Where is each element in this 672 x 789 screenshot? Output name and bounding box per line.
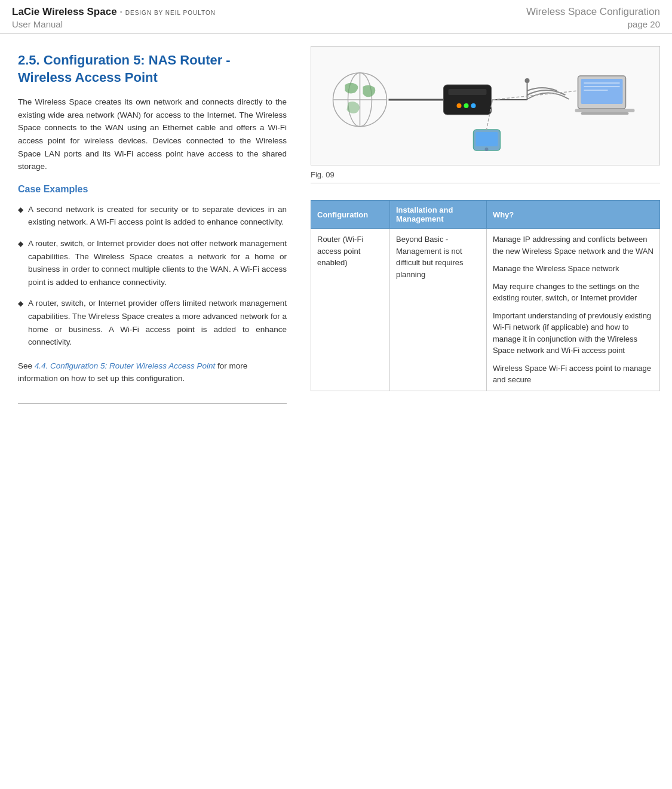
svg-rect-19 [581, 112, 629, 115]
see-also-text: See 4.4. Configuration 5: Router Wireles… [18, 360, 287, 385]
svg-point-8 [464, 103, 469, 108]
list-item-text: A router, switch, or Internet provider d… [28, 237, 287, 288]
bullet-diamond: ◆ [18, 204, 23, 216]
page-number: page 20 [526, 19, 660, 29]
list-item-text: A router, switch, or Internet provider o… [28, 297, 287, 348]
col-header-why: Why? [486, 201, 659, 229]
svg-rect-6 [449, 89, 487, 95]
figure-caption: Fig. 09 [311, 170, 660, 183]
why-item-5: Wireless Space Wi-Fi access point to man… [493, 363, 653, 386]
brand-title: LaCie Wireless Space · DESIGN BY NEIL PO… [12, 6, 216, 18]
list-item-text: A second network is created for security… [28, 203, 287, 229]
svg-point-22 [485, 148, 489, 151]
see-also-link[interactable]: 4.4. Configuration 5: Router Wireless Ac… [35, 361, 216, 370]
list-item: ◆ A second network is created for securi… [18, 203, 287, 229]
page-header: LaCie Wireless Space · DESIGN BY NEIL PO… [0, 0, 672, 34]
figure-image [311, 46, 660, 165]
network-diagram-svg [311, 52, 659, 159]
section-divider [18, 403, 287, 404]
brand-name: LaCie Wireless Space [12, 6, 117, 17]
left-column: 2.5. Configuration 5: NAS Router - Wirel… [0, 34, 305, 422]
why-item-4: Important understanding of previously ex… [493, 310, 653, 357]
bullet-diamond: ◆ [18, 298, 23, 309]
list-item: ◆ A router, switch, or Internet provider… [18, 297, 287, 348]
user-manual-label: User Manual [12, 19, 216, 29]
svg-point-12 [525, 78, 530, 83]
col-header-installation: Installation and Management [390, 201, 487, 229]
header-left: LaCie Wireless Space · DESIGN BY NEIL PO… [12, 6, 216, 29]
section-title: 2.5. Configuration 5: NAS Router - Wirel… [18, 52, 287, 86]
config-table: Configuration Installation and Managemen… [311, 200, 660, 391]
why-cell: Manage IP addressing and conflicts betwe… [486, 229, 659, 391]
case-examples-title: Case Examples [18, 184, 287, 195]
why-item-3: May require changes to the settings on t… [493, 281, 653, 304]
page-title: Wireless Space Configuration [526, 6, 660, 18]
svg-rect-18 [575, 109, 635, 112]
col-header-configuration: Configuration [311, 201, 390, 229]
table-header-row: Configuration Installation and Managemen… [311, 201, 660, 229]
list-item: ◆ A router, switch, or Internet provider… [18, 237, 287, 288]
header-right: Wireless Space Configuration page 20 [526, 6, 660, 29]
intro-paragraph: The Wireless Space creates its own netwo… [18, 96, 287, 173]
bullet-list: ◆ A second network is created for securi… [18, 203, 287, 349]
svg-point-9 [457, 103, 462, 108]
config-cell: Router (Wi-Fi access point enabled) [311, 229, 390, 391]
why-item-2: Manage the Wireless Space network [493, 263, 653, 275]
main-content: 2.5. Configuration 5: NAS Router - Wirel… [0, 34, 672, 422]
svg-point-7 [471, 103, 476, 108]
right-column: Fig. 09 Configuration Installation and M… [305, 34, 672, 422]
install-cell: Beyond Basic - Management is not difficu… [390, 229, 487, 391]
svg-rect-21 [476, 132, 498, 146]
table-row: Router (Wi-Fi access point enabled) Beyo… [311, 229, 660, 391]
why-item-1: Manage IP addressing and conflicts betwe… [493, 234, 653, 257]
bullet-diamond: ◆ [18, 238, 23, 250]
design-by-text: DESIGN BY NEIL POULTON [125, 10, 216, 16]
